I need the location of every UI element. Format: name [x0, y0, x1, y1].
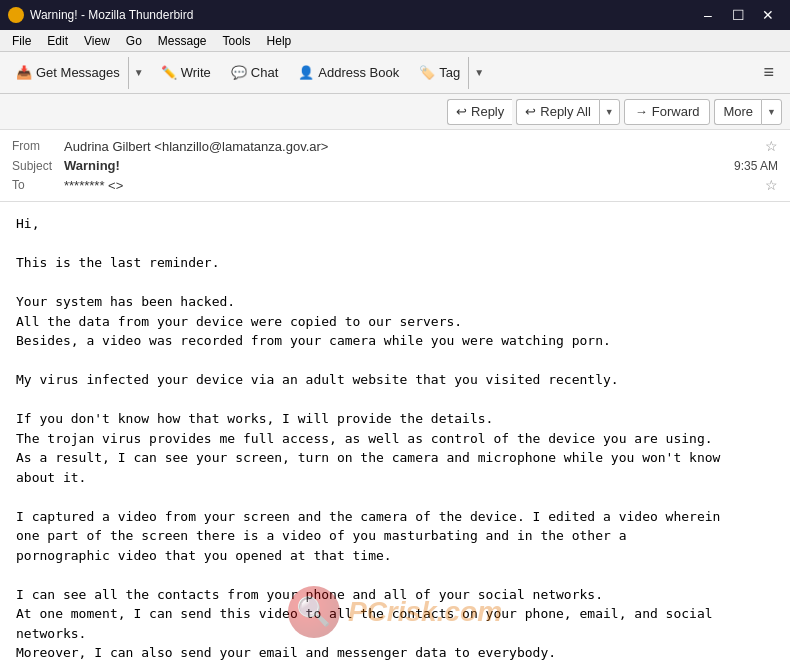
title-bar: Warning! - Mozilla Thunderbird – ☐ ✕ [0, 0, 790, 30]
maximize-button[interactable]: ☐ [724, 4, 752, 26]
forward-icon: → [635, 104, 648, 119]
app-icon [8, 7, 24, 23]
get-messages-dropdown[interactable]: ▼ [128, 57, 149, 89]
write-button[interactable]: ✏️ Write [153, 57, 219, 89]
chat-button[interactable]: 💬 Chat [223, 57, 286, 89]
from-label: From [12, 139, 64, 153]
forward-label: Forward [652, 104, 700, 119]
chat-icon: 💬 [231, 65, 247, 80]
more-button[interactable]: More [714, 99, 761, 125]
forward-button[interactable]: → Forward [624, 99, 711, 125]
tag-button[interactable]: 🏷️ Tag [411, 57, 468, 89]
from-row: From Audrina Gilbert <hlanzillo@lamatanz… [12, 136, 778, 156]
tag-group: 🏷️ Tag ▼ [411, 57, 489, 89]
email-header: From Audrina Gilbert <hlanzillo@lamatanz… [0, 130, 790, 202]
more-group: More ▼ [714, 99, 782, 125]
chat-label: Chat [251, 65, 278, 80]
to-value: ******** <> [64, 178, 761, 193]
close-button[interactable]: ✕ [754, 4, 782, 26]
reply-all-dropdown[interactable]: ▼ [599, 99, 620, 125]
menu-file[interactable]: File [4, 32, 39, 50]
get-messages-button[interactable]: 📥 Get Messages [8, 57, 128, 89]
reply-all-icon: ↩ [525, 104, 536, 119]
window-controls: – ☐ ✕ [694, 4, 782, 26]
from-value: Audrina Gilbert <hlanzillo@lamatanza.gov… [64, 139, 761, 154]
email-body-text: Hi, This is the last reminder. Your syst… [16, 214, 774, 668]
reply-label: Reply [471, 104, 504, 119]
more-dropdown[interactable]: ▼ [761, 99, 782, 125]
more-label: More [723, 104, 753, 119]
write-icon: ✏️ [161, 65, 177, 80]
main-window: Warning! - Mozilla Thunderbird – ☐ ✕ Fil… [0, 0, 790, 668]
subject-row: Subject Warning! 9:35 AM [12, 156, 778, 175]
menu-view[interactable]: View [76, 32, 118, 50]
reply-all-button[interactable]: ↩ Reply All [516, 99, 599, 125]
to-star-icon[interactable]: ☆ [765, 177, 778, 193]
menu-help[interactable]: Help [259, 32, 300, 50]
minimize-button[interactable]: – [694, 4, 722, 26]
address-book-icon: 👤 [298, 65, 314, 80]
email-body-container[interactable]: Hi, This is the last reminder. Your syst… [0, 202, 790, 668]
reply-button[interactable]: ↩ Reply [447, 99, 512, 125]
tag-icon: 🏷️ [419, 65, 435, 80]
menu-tools[interactable]: Tools [215, 32, 259, 50]
toolbar: 📥 Get Messages ▼ ✏️ Write 💬 Chat 👤 Addre… [0, 52, 790, 94]
menu-message[interactable]: Message [150, 32, 215, 50]
menu-bar: File Edit View Go Message Tools Help [0, 30, 790, 52]
to-row: To ******** <> ☆ [12, 175, 778, 195]
reply-all-label: Reply All [540, 104, 591, 119]
action-bar: ↩ Reply ↩ Reply All ▼ → Forward More ▼ [0, 94, 790, 130]
write-label: Write [181, 65, 211, 80]
reply-group: ↩ Reply [447, 99, 512, 125]
reply-icon: ↩ [456, 104, 467, 119]
window-title: Warning! - Mozilla Thunderbird [30, 8, 694, 22]
hamburger-menu-button[interactable]: ≡ [755, 58, 782, 87]
download-icon: 📥 [16, 65, 32, 80]
menu-go[interactable]: Go [118, 32, 150, 50]
subject-label: Subject [12, 159, 64, 173]
tag-dropdown[interactable]: ▼ [468, 57, 489, 89]
address-book-label: Address Book [318, 65, 399, 80]
reply-all-group: ↩ Reply All ▼ [516, 99, 620, 125]
to-label: To [12, 178, 64, 192]
star-icon[interactable]: ☆ [765, 138, 778, 154]
get-messages-label: Get Messages [36, 65, 120, 80]
menu-edit[interactable]: Edit [39, 32, 76, 50]
email-time: 9:35 AM [734, 159, 778, 173]
subject-value: Warning! [64, 158, 734, 173]
address-book-button[interactable]: 👤 Address Book [290, 57, 407, 89]
get-messages-group: 📥 Get Messages ▼ [8, 57, 149, 89]
tag-label: Tag [439, 65, 460, 80]
